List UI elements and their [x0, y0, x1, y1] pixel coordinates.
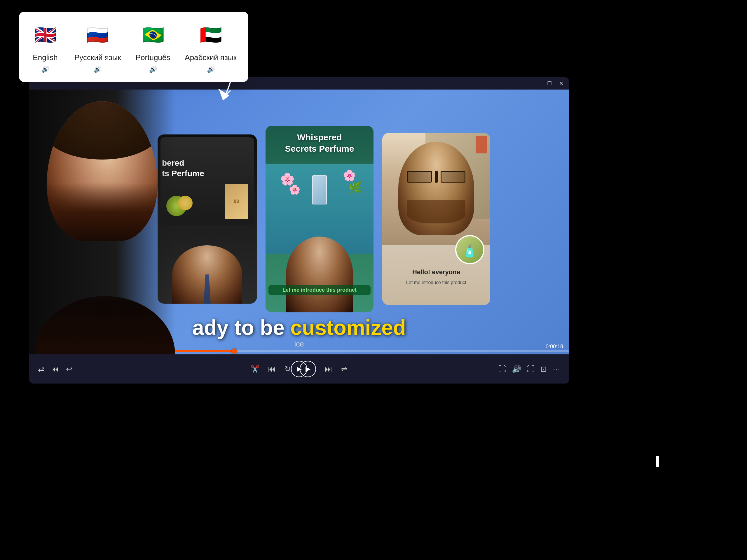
audio-icon-arabic: 🔊: [207, 65, 215, 73]
next-track-button[interactable]: ⏭: [325, 365, 332, 374]
woman-face: [47, 101, 158, 241]
woman-portrait: [29, 89, 190, 354]
controls-right: ⛶ 🔊 ⛶ ⊡ ⋯: [498, 365, 560, 374]
progress-thumb[interactable]: [232, 349, 237, 354]
card3-hello: Hello! everyone: [382, 268, 490, 276]
screen-icon[interactable]: ⛶: [498, 365, 506, 374]
language-item-russian[interactable]: 🇷🇺 Русский язык 🔊: [74, 20, 121, 73]
label-english: English: [33, 53, 57, 62]
flag-english: 🇬🇧: [31, 20, 60, 50]
cast-icon[interactable]: ⊡: [540, 365, 547, 374]
video-cards-container: 03 beredts Perfume 🌸 🌸 🌸: [152, 98, 563, 340]
subtitle-text-sub: ice: [41, 340, 557, 349]
language-selector-popup: 🇬🇧 English 🔊 🇷🇺 Русский язык 🔊 🇧🇷 Portug…: [19, 12, 248, 82]
cursor-indicator: ▌: [656, 456, 662, 466]
controls-bar: ⇄ ⏮ ↩ ▶ ✂️ ⏮ ↻ ▶ ⏭ ⇌ ⛶ 🔊 ⛶ ⊡ ⋯: [29, 354, 569, 383]
fullscreen-icon[interactable]: ⛶: [527, 365, 535, 374]
card3-perfume-circle: 🧴: [455, 235, 484, 264]
prev-button[interactable]: ⏮: [51, 365, 59, 374]
subtitle-text-white: ady to be: [192, 316, 290, 339]
flag-portuguese: 🇧🇷: [138, 20, 168, 50]
prev-track-button[interactable]: ⏮: [268, 365, 276, 374]
audio-icon-portuguese: 🔊: [149, 65, 157, 73]
card3-intro: Let me introduce this product: [382, 280, 490, 285]
video-card-2: 🌸 🌸 🌸 🌿 WhisperedSecrets Perfume Let me …: [265, 126, 374, 312]
language-item-english[interactable]: 🇬🇧 English 🔊: [31, 20, 60, 73]
video-player-window: — ☐ ✕: [29, 77, 569, 383]
loop-left-button[interactable]: ↩: [66, 365, 72, 374]
volume-icon[interactable]: 🔊: [512, 365, 521, 374]
more-options-button[interactable]: ⋯: [553, 365, 560, 374]
shuffle-button[interactable]: ⇄: [38, 365, 44, 374]
label-russian: Русский язык: [74, 53, 121, 62]
card2-subtitle: Let me introduce this product: [268, 285, 370, 295]
video-card-3: 🧴 Hello! everyone Let me introduce this …: [382, 133, 490, 305]
label-arabic: Арабский язык: [185, 53, 237, 62]
flag-russian: 🇷🇺: [83, 20, 112, 50]
flag-arabic: 🇦🇪: [196, 20, 225, 50]
close-button[interactable]: ✕: [558, 80, 564, 87]
audio-icon-russian: 🔊: [94, 65, 102, 73]
play-pause-button[interactable]: ▶: [300, 361, 316, 377]
repeat-icon[interactable]: ⇌: [341, 365, 347, 374]
subtitle-text-yellow: customized: [290, 316, 406, 339]
shuffle-icon[interactable]: ✂️: [251, 365, 259, 373]
label-portuguese: Português: [136, 53, 171, 62]
subtitle-overlay: ady to be customized ice: [29, 316, 569, 349]
language-item-arabic[interactable]: 🇦🇪 Арабский язык 🔊: [185, 20, 237, 73]
language-item-portuguese[interactable]: 🇧🇷 Português 🔊: [136, 20, 171, 73]
controls-left: ⇄ ⏮ ↩: [38, 365, 72, 374]
loop-icon[interactable]: ↻: [284, 365, 291, 374]
restore-button[interactable]: ☐: [546, 80, 553, 87]
video-content-area: 03 beredts Perfume 🌸 🌸 🌸: [29, 89, 569, 354]
audio-icon-english: 🔊: [42, 65, 49, 73]
card2-title: WhisperedSecrets Perfume: [265, 132, 374, 154]
minimize-button[interactable]: —: [535, 80, 541, 87]
